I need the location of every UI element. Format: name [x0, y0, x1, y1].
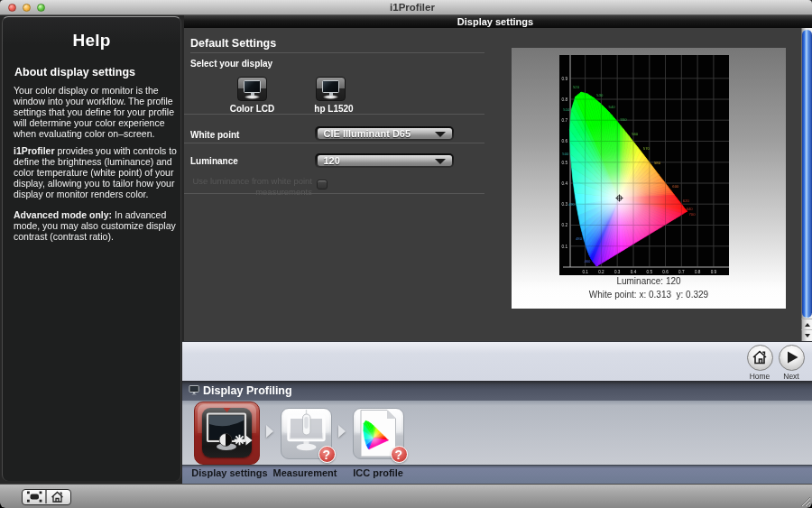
svg-text:530: 530	[596, 93, 604, 97]
svg-text:480: 480	[576, 236, 583, 241]
svg-text:0.1: 0.1	[562, 245, 568, 249]
svg-text:0.9: 0.9	[562, 77, 568, 81]
svg-text:620: 620	[683, 199, 690, 203]
svg-text:0.5: 0.5	[647, 270, 653, 274]
svg-text:0.4: 0.4	[631, 270, 637, 274]
svg-text:580: 580	[654, 161, 661, 165]
svg-text:0.3: 0.3	[562, 202, 568, 207]
svg-text:0.7: 0.7	[562, 118, 568, 123]
svg-text:0.5: 0.5	[562, 161, 568, 165]
svg-text:500: 500	[562, 152, 569, 156]
svg-text:0.2: 0.2	[562, 223, 568, 227]
svg-text:0.8: 0.8	[562, 97, 568, 102]
svg-text:0.9: 0.9	[711, 270, 717, 274]
svg-text:520: 520	[573, 85, 580, 89]
svg-text:510: 510	[563, 107, 570, 112]
svg-text:0.6: 0.6	[562, 139, 568, 143]
svg-text:0.8: 0.8	[695, 270, 701, 274]
svg-text:460: 460	[584, 259, 591, 263]
svg-text:0.4: 0.4	[562, 181, 568, 186]
svg-text:560: 560	[632, 132, 639, 136]
svg-text:600: 600	[672, 184, 679, 189]
svg-text:490: 490	[568, 202, 576, 207]
svg-text:0.2: 0.2	[598, 270, 604, 274]
svg-text:540: 540	[609, 105, 616, 109]
svg-text:570: 570	[643, 146, 651, 151]
svg-text:700: 700	[689, 212, 697, 217]
svg-text:0.1: 0.1	[582, 270, 588, 274]
svg-text:0.3: 0.3	[614, 270, 621, 274]
svg-text:550: 550	[621, 117, 628, 122]
svg-text:0.7: 0.7	[678, 270, 685, 274]
svg-text:640: 640	[687, 207, 694, 211]
svg-text:0.6: 0.6	[662, 270, 669, 274]
